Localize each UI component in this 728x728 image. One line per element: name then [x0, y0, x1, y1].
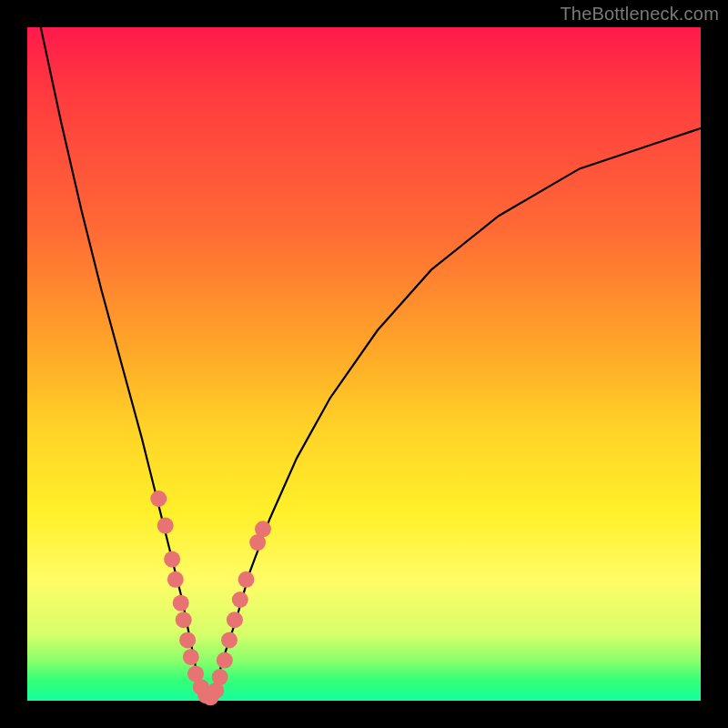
- sample-dot: [164, 551, 180, 568]
- sample-dot: [212, 669, 228, 685]
- sample-dot: [238, 571, 255, 588]
- sample-dot: [173, 595, 189, 612]
- sample-dot: [221, 632, 238, 648]
- sample-dot: [157, 518, 174, 534]
- watermark-text: TheBottleneck.com: [560, 4, 719, 25]
- sample-dot: [232, 592, 248, 608]
- sample-dot: [150, 490, 167, 507]
- bottleneck-curve: [41, 27, 701, 701]
- sample-dot: [167, 571, 184, 588]
- chart-frame: TheBottleneck.com: [0, 0, 728, 728]
- plot-area: [27, 27, 701, 701]
- sample-dot: [217, 652, 233, 669]
- sample-dot: [179, 632, 196, 648]
- chart-svg: [27, 27, 701, 701]
- sample-dots: [150, 490, 271, 705]
- sample-dot: [183, 649, 199, 665]
- sample-dot: [255, 521, 271, 537]
- sample-dot: [227, 612, 243, 628]
- sample-dot: [176, 612, 192, 628]
